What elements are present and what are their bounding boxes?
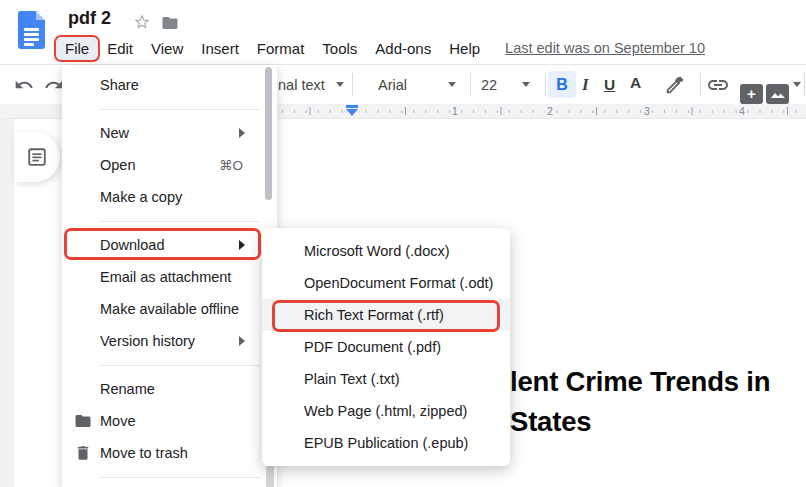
top-bar: pdf 2 File Edit View Insert Format Tools… (0, 0, 806, 65)
highlight-color-button[interactable] (664, 65, 686, 104)
file-menu-item-open[interactable]: Open ⌘O (62, 149, 277, 181)
submenu-item-opendocument-format[interactable]: OpenDocument Format (.odt) (262, 267, 510, 299)
submenu-item-microsoft-word[interactable]: Microsoft Word (.docx) (262, 235, 510, 267)
file-menu-item-version-history[interactable]: Version history (62, 325, 277, 357)
indent-marker[interactable] (346, 104, 358, 118)
star-icon[interactable] (133, 13, 151, 31)
ruler-number-2: 2 (545, 105, 555, 117)
file-menu-item-move[interactable]: Move (62, 405, 277, 437)
menu-separator (62, 469, 277, 485)
paragraph-style-dropdown-icon[interactable] (336, 65, 344, 104)
menu-scrollbar-track[interactable] (266, 466, 274, 487)
submenu-arrow-icon (239, 240, 245, 250)
menu-insert[interactable]: Insert (192, 37, 248, 60)
underline-button[interactable]: U (604, 65, 615, 104)
menu-edit[interactable]: Edit (98, 37, 142, 60)
file-menu-item-rename[interactable]: Rename (62, 373, 277, 405)
file-menu-item-make-a-copy[interactable]: Make a copy (62, 181, 277, 213)
file-menu-item-email-as-attachment[interactable]: Email as attachment (62, 261, 277, 293)
move-folder-icon[interactable] (161, 14, 179, 32)
last-edit-link[interactable]: Last edit was on September 10 (505, 40, 705, 56)
menu-file[interactable]: File (56, 37, 98, 60)
submenu-item-epub-publication[interactable]: EPUB Publication (.epub) (262, 427, 510, 459)
ruler-number-4: 4 (737, 105, 747, 117)
font-family-dropdown-icon[interactable] (448, 65, 456, 104)
heading-line-2: States (510, 402, 806, 442)
file-menu-item-make-available-offline[interactable]: Make available offline (62, 293, 277, 325)
italic-button[interactable]: I (582, 65, 589, 104)
shortcut-label: ⌘O (219, 157, 243, 173)
menu-separator (62, 213, 277, 229)
canvas-gutter (0, 119, 14, 487)
undo-button[interactable] (14, 65, 34, 104)
file-menu-item-download[interactable]: Download (62, 229, 277, 261)
show-outline-button[interactable] (14, 132, 60, 182)
menu-bar: File Edit View Insert Format Tools Add-o… (56, 34, 705, 62)
submenu-item-plain-text[interactable]: Plain Text (.txt) (262, 363, 510, 395)
submenu-arrow-icon (239, 336, 245, 346)
trash-icon (74, 444, 92, 462)
menu-separator (62, 357, 277, 373)
font-size-dropdown-icon[interactable] (522, 65, 530, 104)
menu-help[interactable]: Help (440, 37, 489, 60)
bold-button[interactable]: B (548, 71, 576, 98)
google-docs-icon[interactable] (18, 11, 45, 49)
redo-button[interactable] (44, 65, 64, 104)
insert-image-dropdown-icon[interactable] (793, 65, 801, 104)
ruler-number-3: 3 (642, 105, 652, 117)
submenu-item-rich-text-format[interactable]: Rich Text Format (.rtf) (262, 299, 510, 331)
text-color-button[interactable]: A (630, 63, 641, 102)
document-outline-icon (26, 146, 48, 168)
menu-tools[interactable]: Tools (313, 37, 366, 60)
download-submenu: Microsoft Word (.docx) OpenDocument Form… (262, 228, 510, 466)
menu-addons[interactable]: Add-ons (366, 37, 440, 60)
file-menu-item-move-to-trash[interactable]: Move to trash (62, 437, 277, 469)
document-heading: lent Crime Trends in States (510, 362, 806, 442)
menu-format[interactable]: Format (248, 37, 314, 60)
paragraph-style-selector[interactable]: nal text (278, 65, 325, 104)
google-docs-app: lent Crime Trends in States pdf 2 File E… (0, 0, 806, 487)
file-menu: Share New Open ⌘O Make a copy Download E… (62, 65, 277, 487)
document-title[interactable]: pdf 2 (68, 8, 111, 29)
file-menu-item-share[interactable]: Share (62, 69, 277, 101)
menu-view[interactable]: View (142, 37, 192, 60)
submenu-arrow-icon (239, 128, 245, 138)
menu-scrollbar-thumb[interactable] (265, 67, 272, 200)
font-size-field[interactable]: 22 (481, 65, 497, 104)
submenu-item-web-page[interactable]: Web Page (.html, zipped) (262, 395, 510, 427)
menu-separator (62, 101, 277, 117)
file-menu-item-new[interactable]: New (62, 117, 277, 149)
folder-icon (74, 412, 92, 430)
ruler-number-1: 1 (450, 105, 460, 117)
insert-link-button[interactable] (706, 65, 730, 104)
heading-line-1: lent Crime Trends in (510, 362, 806, 402)
submenu-item-pdf-document[interactable]: PDF Document (.pdf) (262, 331, 510, 363)
font-family-selector[interactable]: Arial (378, 65, 407, 104)
